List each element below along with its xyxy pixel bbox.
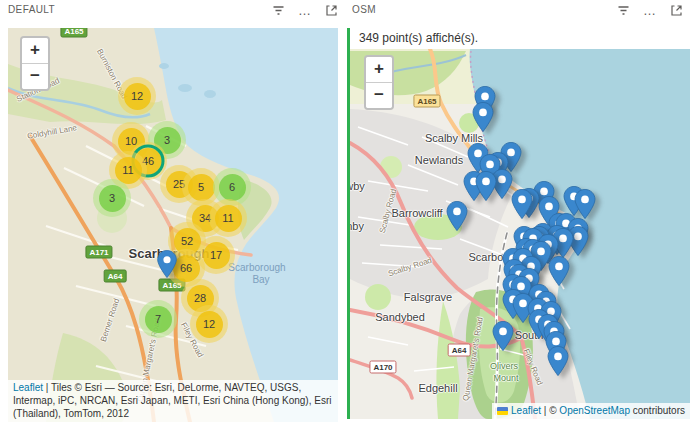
map-label-bay: Scarborough	[228, 262, 285, 273]
attribution-suffix: contributors	[630, 405, 685, 416]
cluster-count: 12	[196, 311, 223, 338]
focus-mode-icon[interactable]	[670, 4, 683, 17]
leaflet-link[interactable]: Leaflet	[511, 405, 541, 416]
map-pin[interactable]	[511, 189, 533, 219]
osm-marker-layer: Scalby MillsNewlandsNewbyThroxenbyBarrow…	[350, 49, 690, 419]
map-label-park: Olivers	[490, 361, 518, 371]
points-displayed-status: 349 point(s) affiché(s).	[350, 28, 690, 49]
left-visual-title: DEFAULT	[8, 4, 55, 15]
map-label-road: Filey Road	[522, 348, 545, 387]
esri-attribution: Leaflet | Tiles © Esri — Source: Esri, D…	[8, 380, 338, 422]
map-label-place: Newlands	[415, 154, 463, 166]
map-pin[interactable]	[574, 189, 596, 219]
map-pin[interactable]	[547, 346, 569, 376]
map-label-road: Coldyhill Lane	[26, 123, 77, 141]
cluster-count: 3	[99, 185, 126, 212]
leaflet-link[interactable]: Leaflet	[13, 382, 43, 393]
map-pin[interactable]	[472, 102, 494, 132]
zoom-out-button[interactable]: −	[366, 83, 392, 108]
map-label-bay: Bay	[252, 274, 269, 285]
road-badge: A171	[85, 246, 112, 259]
map-label-place: Barrowcliff	[391, 207, 442, 219]
map-label-place: Edgehill	[418, 382, 457, 394]
map-pin[interactable]	[157, 250, 177, 278]
cluster-count: 12	[124, 83, 151, 110]
filter-icon[interactable]	[617, 5, 630, 17]
esri-attribution-text: | Tiles © Esri — Source: Esri, DeLorme, …	[13, 382, 331, 419]
cluster-marker[interactable]: 7	[139, 300, 177, 338]
filter-icon[interactable]	[272, 5, 285, 17]
zoom-in-button[interactable]: +	[366, 57, 392, 83]
road-badge: A64	[104, 270, 127, 283]
map-pin[interactable]	[492, 321, 514, 351]
map-label-place: Falsgrave	[404, 291, 452, 303]
cluster-count: 7	[145, 306, 172, 333]
cluster-count: 6	[219, 174, 246, 201]
openstreetmap-link[interactable]: OpenStreetMap	[559, 405, 630, 416]
road-badge: A165	[60, 28, 87, 38]
zoom-out-button[interactable]: −	[22, 64, 48, 89]
cluster-count: 5	[188, 174, 215, 201]
more-options-icon[interactable]: …	[298, 6, 312, 16]
map-pin[interactable]	[548, 256, 570, 286]
left-visual-toolbar: …	[272, 4, 338, 17]
map-pin[interactable]	[475, 171, 497, 201]
road-badge: A64	[448, 344, 471, 357]
map-label-park: Mount	[493, 373, 518, 383]
map-label-road: Bemer Road	[99, 297, 121, 343]
cluster-count: 11	[215, 205, 242, 232]
map-pin[interactable]	[446, 201, 468, 231]
attribution-separator: | ©	[541, 405, 559, 416]
esri-marker-layer: Station RoadBurniston RoadColdyhill Lane…	[8, 28, 338, 422]
cluster-marker[interactable]: 3	[93, 179, 131, 217]
cluster-marker[interactable]: 11	[209, 199, 247, 237]
cluster-marker[interactable]: 12	[118, 77, 156, 115]
map-label-place: Newby	[350, 180, 365, 192]
map-label-place: Throxenby	[350, 220, 364, 232]
map-label-place: Sandybed	[375, 311, 425, 323]
osm-attribution: Leaflet | © OpenStreetMap contributors	[492, 403, 690, 419]
road-badge: A165	[413, 95, 440, 108]
more-options-icon[interactable]: …	[643, 6, 657, 16]
ukraine-flag-icon	[497, 407, 508, 415]
cluster-count: 17	[203, 242, 230, 269]
zoom-control: + −	[364, 55, 394, 110]
zoom-control: + −	[20, 36, 50, 91]
right-visual-title: OSM	[352, 4, 376, 15]
osm-map-canvas[interactable]: Scalby MillsNewlandsNewbyThroxenbyBarrow…	[350, 49, 690, 419]
cluster-marker[interactable]: 12	[190, 305, 228, 343]
focus-mode-icon[interactable]	[325, 4, 338, 17]
osm-visual-container: 349 point(s) affiché(s).	[347, 28, 690, 419]
road-badge: A170	[369, 361, 396, 374]
esri-map-canvas[interactable]: Station RoadBurniston RoadColdyhill Lane…	[8, 28, 338, 422]
map-label-road: Scalby Road	[387, 256, 433, 279]
map-label-road: Queen Margaret's Road	[461, 316, 485, 401]
zoom-in-button[interactable]: +	[22, 38, 48, 64]
right-visual-toolbar: …	[617, 4, 683, 17]
